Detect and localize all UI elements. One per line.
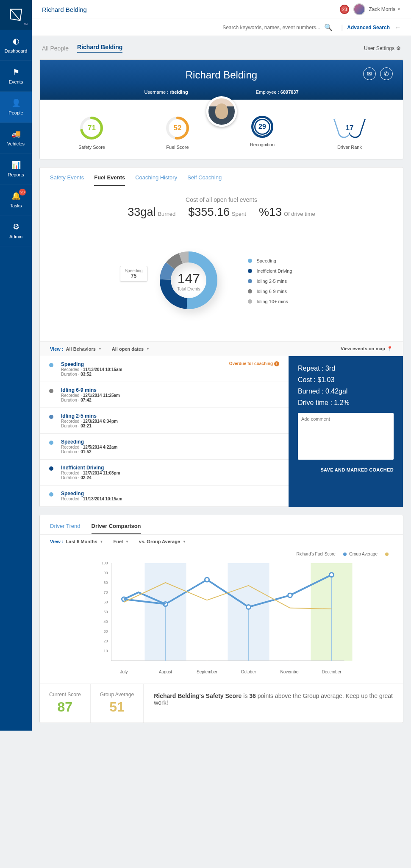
legend-item[interactable]: Idling 6-9 mins [248, 289, 292, 294]
filter-period[interactable]: Last 6 Months [66, 539, 97, 544]
tab-self-coaching[interactable]: Self Coaching [187, 174, 222, 186]
nav-admin[interactable]: ⚙Admin [0, 215, 32, 246]
svg-text:September: September [197, 670, 218, 674]
svg-text:30: 30 [103, 629, 108, 634]
event-detail-panel: Repeat : 3rdCost : $1.03Burned : 0.42gal… [289, 356, 403, 507]
event-type-dot [49, 492, 53, 497]
nav-dashboard[interactable]: ◐Dashboard [0, 30, 32, 61]
svg-point-34 [247, 605, 251, 609]
page-title: Richard Belding [42, 6, 87, 13]
score-driver-rank: 17Driver Rank [335, 116, 364, 150]
sidebar: TM ◐Dashboard⚑Events👤People🚚Vehicles📊Rep… [0, 0, 32, 731]
event-type-dot [49, 389, 53, 393]
score-fuel-score: 52Fuel Score [165, 116, 190, 150]
filter-dates[interactable]: All open dates [112, 346, 144, 352]
email-icon[interactable]: ✉ [363, 67, 376, 80]
map-pin-icon: 📍 [387, 346, 393, 351]
tab-fuel-events[interactable]: Fuel Events [94, 174, 125, 186]
search-bar: 🔍 | Advanced Search ← [32, 19, 411, 36]
logo[interactable]: TM [0, 0, 32, 30]
events-card: Safety EventsFuel EventsCoaching History… [39, 167, 403, 507]
score-recognition: 29Recognition [250, 116, 275, 150]
user-name[interactable]: Zack Morris [369, 6, 395, 12]
score-footer: Current Score 87 Group Average 51 Richar… [40, 684, 403, 723]
user-avatar[interactable] [353, 3, 365, 15]
event-row[interactable]: Speeding Recorded · 11/13/2014 10:15am [40, 486, 289, 507]
user-settings-link[interactable]: User Settings⚙ [364, 45, 401, 51]
chevron-down-icon[interactable]: ▼ [397, 7, 401, 11]
warning-icon: ! [274, 361, 279, 366]
score-safety-score: 71Safety Score [78, 116, 105, 150]
svg-text:80: 80 [103, 581, 108, 585]
comparison-filters: View : Last 6 Months▼ Fuel▼ vs. Group Av… [40, 535, 403, 548]
filter-behaviors[interactable]: All Behaviors [66, 346, 96, 352]
event-row[interactable]: Speeding Recorded · 12/5/2014 4:22am Dur… [40, 434, 289, 460]
view-on-map-link[interactable]: View events on map📍 [341, 346, 393, 352]
search-icon[interactable]: 🔍 [324, 23, 333, 31]
crumb-all-people[interactable]: All People [42, 45, 69, 52]
score-message: Richard Belding's Safety Score is 36 poi… [144, 684, 403, 723]
nav-people[interactable]: 👤People [0, 92, 32, 123]
vehicles-icon: 🚚 [0, 129, 32, 139]
svg-point-35 [288, 593, 292, 597]
legend-item[interactable]: Idling 10+ mins [248, 299, 292, 304]
donut-chart: 147 Total Events Speeding75 SpeedingInef… [40, 229, 403, 341]
filter-metric[interactable]: Fuel [113, 539, 123, 544]
legend-item[interactable]: Speeding [248, 258, 292, 263]
event-type-dot [49, 466, 53, 471]
svg-text:November: November [280, 670, 300, 674]
phone-icon[interactable]: ✆ [380, 67, 393, 80]
svg-point-36 [330, 573, 334, 577]
event-row[interactable]: Idling 2-5 mins Recorded · 12/3/2014 6:3… [40, 408, 289, 434]
line-chart-legend: Richard's Fuel ScoreGroup Average [40, 548, 403, 556]
current-score: 87 [49, 699, 81, 715]
events-icon: ⚑ [0, 67, 32, 77]
comment-input[interactable] [298, 413, 394, 460]
people-icon: 👤 [0, 98, 32, 108]
legend-item[interactable]: Inefficient Driving [248, 268, 292, 274]
ctab-driver-trend[interactable]: Driver Trend [50, 523, 81, 534]
save-coached-button[interactable]: SAVE AND MARKED COACHED [298, 467, 394, 472]
nav-reports[interactable]: 📊Reports [0, 154, 32, 184]
svg-text:October: October [241, 670, 256, 674]
svg-text:40: 40 [103, 620, 108, 624]
detail-row: Repeat : 3rd [298, 365, 394, 372]
filter-compare[interactable]: vs. Group Average [139, 539, 180, 544]
event-row[interactable]: Idling 6-9 mins Recorded · 12/1/2014 11:… [40, 382, 289, 408]
advanced-search-link[interactable]: Advanced Search [347, 25, 390, 31]
tab-coaching-history[interactable]: Coaching History [135, 174, 177, 186]
nav-tasks[interactable]: 🔔Tasks23 [0, 184, 32, 215]
detail-row: Cost : $1.03 [298, 376, 394, 384]
svg-text:60: 60 [103, 600, 108, 604]
legend-item[interactable]: Idling 2-5 mins [248, 279, 292, 284]
event-filter-bar: View : All Behaviors▼ All open dates▼ Vi… [40, 341, 403, 356]
svg-text:50: 50 [103, 610, 108, 614]
svg-text:20: 20 [103, 639, 108, 643]
profile-name: Richard Belding [40, 69, 403, 81]
profile-card: Richard Belding Username : rbelding Empl… [39, 59, 403, 159]
event-type-dot [49, 441, 53, 445]
svg-text:December: December [322, 670, 342, 674]
event-tabs: Safety EventsFuel EventsCoaching History… [40, 167, 403, 186]
crumb-current[interactable]: Richard Belding [77, 44, 122, 53]
group-average-score: 51 [100, 699, 134, 715]
nav-events[interactable]: ⚑Events [0, 61, 32, 92]
nav-vehicles[interactable]: 🚚Vehicles [0, 123, 32, 154]
svg-text:100: 100 [101, 561, 108, 565]
ctab-driver-comparison[interactable]: Driver Comparison [92, 523, 141, 534]
topbar: Richard Belding 23 Zack Morris ▼ [32, 0, 411, 19]
svg-text:10: 10 [103, 649, 108, 653]
event-row[interactable]: Inefficient Driving Recorded · 12/7/2014… [40, 460, 289, 486]
detail-row: Burned : 0.42gal [298, 388, 394, 395]
breadcrumb: All People Richard Belding User Settings… [32, 36, 411, 57]
tab-safety-events[interactable]: Safety Events [50, 174, 84, 186]
event-type-dot [49, 363, 53, 367]
notification-badge[interactable]: 23 [340, 5, 349, 14]
back-arrow-icon[interactable]: ← [395, 24, 401, 31]
search-input[interactable] [222, 25, 320, 31]
event-row[interactable]: Speeding Recorded · 11/13/2014 10:15am D… [40, 356, 289, 382]
admin-icon: ⚙ [0, 222, 32, 232]
line-chart: 102030405060708090100JulyAugustSeptember… [40, 556, 403, 684]
tasks-icon: 🔔 [0, 191, 32, 201]
event-type-dot [49, 415, 53, 419]
